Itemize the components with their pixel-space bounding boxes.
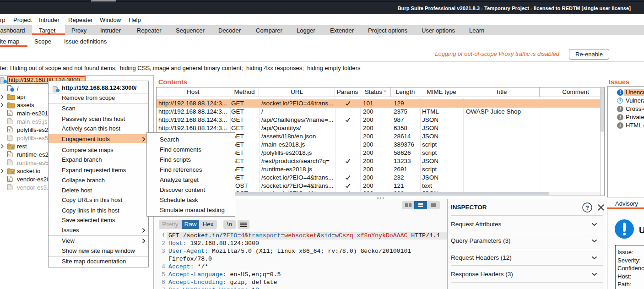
svg-text:?: ? <box>585 204 589 211</box>
svg-text:s: s <box>8 128 11 132</box>
svg-text:s: s <box>8 153 11 157</box>
svg-text:s: s <box>8 177 11 182</box>
svg-text:s: s <box>8 111 11 116</box>
